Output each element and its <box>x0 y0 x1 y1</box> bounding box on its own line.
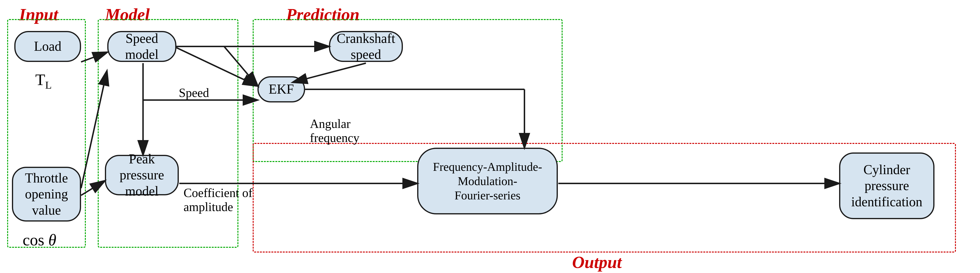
edge-label-coefficient: Coefficient ofamplitude <box>183 186 253 214</box>
node-throttle: Throttle opening value <box>12 167 81 222</box>
node-ekf: EKF <box>258 76 305 102</box>
node-speed-model: Speed model <box>107 31 177 62</box>
label-output: Output <box>572 252 622 272</box>
node-crankshaft: Crankshaft speed <box>329 31 403 62</box>
edge-label-speed: Speed <box>179 86 209 100</box>
node-load: Load <box>14 31 81 62</box>
node-peak-pressure: Peak pressure model <box>105 155 179 195</box>
sub-label-tl: TL <box>35 70 52 91</box>
node-cylinder: Cylinder pressure identification <box>839 152 934 219</box>
diagram-container: Input Model Prediction Output Load TL Th… <box>0 0 980 273</box>
edge-label-angular: Angularfrequency <box>310 117 360 145</box>
sub-label-costheta: cos θ <box>23 230 56 249</box>
node-fam-fourier: Frequency-Amplitude- Modulation- Fourier… <box>417 148 558 214</box>
